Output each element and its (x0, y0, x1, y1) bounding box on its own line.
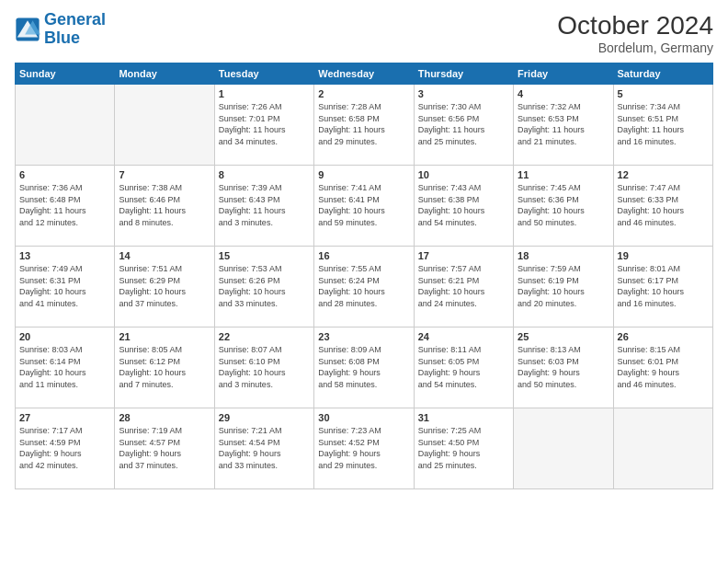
day-info: Sunrise: 7:53 AM Sunset: 6:26 PM Dayligh… (219, 263, 310, 309)
day-info: Sunrise: 8:11 AM Sunset: 6:05 PM Dayligh… (418, 344, 509, 390)
day-number: 15 (219, 250, 310, 261)
calendar-cell: 12Sunrise: 7:47 AM Sunset: 6:33 PM Dayli… (613, 166, 712, 247)
title-block: October 2024 Bordelum, Germany (557, 11, 713, 55)
day-number: 6 (19, 169, 110, 180)
day-info: Sunrise: 7:36 AM Sunset: 6:48 PM Dayligh… (19, 182, 110, 228)
day-info: Sunrise: 7:47 AM Sunset: 6:33 PM Dayligh… (618, 182, 709, 228)
day-number: 5 (618, 88, 709, 99)
day-info: Sunrise: 8:13 AM Sunset: 6:03 PM Dayligh… (518, 344, 609, 390)
day-header-monday: Monday (115, 63, 214, 85)
day-info: Sunrise: 7:49 AM Sunset: 6:31 PM Dayligh… (19, 263, 110, 309)
day-number: 12 (618, 169, 709, 180)
calendar-cell: 6Sunrise: 7:36 AM Sunset: 6:48 PM Daylig… (16, 166, 115, 247)
calendar-cell: 21Sunrise: 8:05 AM Sunset: 6:12 PM Dayli… (115, 327, 214, 408)
calendar-cell: 23Sunrise: 8:09 AM Sunset: 6:08 PM Dayli… (314, 327, 414, 408)
day-info: Sunrise: 7:38 AM Sunset: 6:46 PM Dayligh… (119, 182, 210, 228)
calendar-cell: 16Sunrise: 7:55 AM Sunset: 6:24 PM Dayli… (314, 247, 414, 327)
calendar-week-4: 27Sunrise: 7:17 AM Sunset: 4:59 PM Dayli… (16, 408, 713, 489)
day-info: Sunrise: 7:59 AM Sunset: 6:19 PM Dayligh… (518, 263, 609, 309)
calendar-cell: 22Sunrise: 8:07 AM Sunset: 6:10 PM Dayli… (214, 327, 313, 408)
calendar-week-3: 20Sunrise: 8:03 AM Sunset: 6:14 PM Dayli… (16, 327, 713, 408)
day-number: 25 (518, 331, 609, 342)
day-info: Sunrise: 7:30 AM Sunset: 6:56 PM Dayligh… (418, 101, 509, 147)
day-number: 8 (219, 169, 310, 180)
calendar-week-2: 13Sunrise: 7:49 AM Sunset: 6:31 PM Dayli… (16, 247, 713, 327)
day-header-sunday: Sunday (16, 63, 115, 85)
calendar-cell: 17Sunrise: 7:57 AM Sunset: 6:21 PM Dayli… (414, 247, 513, 327)
calendar-cell: 2Sunrise: 7:28 AM Sunset: 6:58 PM Daylig… (314, 85, 414, 166)
day-info: Sunrise: 8:09 AM Sunset: 6:08 PM Dayligh… (318, 344, 409, 390)
day-number: 7 (119, 169, 210, 180)
location: Bordelum, Germany (557, 40, 713, 55)
day-number: 17 (418, 250, 509, 261)
calendar-cell (115, 85, 214, 166)
day-info: Sunrise: 7:55 AM Sunset: 6:24 PM Dayligh… (318, 263, 409, 309)
day-number: 30 (318, 412, 409, 423)
day-info: Sunrise: 7:45 AM Sunset: 6:36 PM Dayligh… (518, 182, 609, 228)
calendar-cell: 14Sunrise: 7:51 AM Sunset: 6:29 PM Dayli… (115, 247, 214, 327)
page: General Blue October 2024 Bordelum, Germ… (0, 0, 728, 563)
calendar-week-1: 6Sunrise: 7:36 AM Sunset: 6:48 PM Daylig… (16, 166, 713, 247)
day-number: 24 (418, 331, 509, 342)
logo-text: General Blue (44, 11, 106, 48)
month-title: October 2024 (557, 11, 713, 40)
calendar-cell: 31Sunrise: 7:25 AM Sunset: 4:50 PM Dayli… (414, 408, 513, 489)
day-header-wednesday: Wednesday (314, 63, 414, 85)
calendar-cell (514, 408, 613, 489)
calendar-cell (613, 408, 712, 489)
day-number: 20 (19, 331, 110, 342)
calendar-table: SundayMondayTuesdayWednesdayThursdayFrid… (15, 63, 713, 489)
day-number: 19 (618, 250, 709, 261)
day-info: Sunrise: 7:39 AM Sunset: 6:43 PM Dayligh… (219, 182, 310, 228)
calendar-cell: 5Sunrise: 7:34 AM Sunset: 6:51 PM Daylig… (613, 85, 712, 166)
day-number: 31 (418, 412, 509, 423)
calendar-cell: 20Sunrise: 8:03 AM Sunset: 6:14 PM Dayli… (16, 327, 115, 408)
day-number: 22 (219, 331, 310, 342)
calendar-cell: 1Sunrise: 7:26 AM Sunset: 7:01 PM Daylig… (214, 85, 313, 166)
day-info: Sunrise: 8:01 AM Sunset: 6:17 PM Dayligh… (618, 263, 709, 309)
day-info: Sunrise: 8:05 AM Sunset: 6:12 PM Dayligh… (119, 344, 210, 390)
calendar-cell: 19Sunrise: 8:01 AM Sunset: 6:17 PM Dayli… (613, 247, 712, 327)
calendar-week-0: 1Sunrise: 7:26 AM Sunset: 7:01 PM Daylig… (16, 85, 713, 166)
day-info: Sunrise: 7:28 AM Sunset: 6:58 PM Dayligh… (318, 101, 409, 147)
day-number: 28 (119, 412, 210, 423)
calendar-cell: 8Sunrise: 7:39 AM Sunset: 6:43 PM Daylig… (214, 166, 313, 247)
calendar-cell: 9Sunrise: 7:41 AM Sunset: 6:41 PM Daylig… (314, 166, 414, 247)
day-header-tuesday: Tuesday (214, 63, 313, 85)
calendar-cell: 11Sunrise: 7:45 AM Sunset: 6:36 PM Dayli… (514, 166, 613, 247)
day-number: 14 (119, 250, 210, 261)
day-number: 4 (518, 88, 609, 99)
day-info: Sunrise: 7:25 AM Sunset: 4:50 PM Dayligh… (418, 425, 509, 471)
calendar-cell: 27Sunrise: 7:17 AM Sunset: 4:59 PM Dayli… (16, 408, 115, 489)
day-info: Sunrise: 7:51 AM Sunset: 6:29 PM Dayligh… (119, 263, 210, 309)
day-number: 16 (318, 250, 409, 261)
calendar-cell: 3Sunrise: 7:30 AM Sunset: 6:56 PM Daylig… (414, 85, 513, 166)
calendar-cell: 4Sunrise: 7:32 AM Sunset: 6:53 PM Daylig… (514, 85, 613, 166)
logo-blue: Blue (44, 29, 80, 47)
calendar-cell: 13Sunrise: 7:49 AM Sunset: 6:31 PM Dayli… (16, 247, 115, 327)
day-info: Sunrise: 7:41 AM Sunset: 6:41 PM Dayligh… (318, 182, 409, 228)
calendar-cell: 7Sunrise: 7:38 AM Sunset: 6:46 PM Daylig… (115, 166, 214, 247)
header: General Blue October 2024 Bordelum, Germ… (15, 11, 713, 55)
day-info: Sunrise: 8:15 AM Sunset: 6:01 PM Dayligh… (618, 344, 709, 390)
day-info: Sunrise: 7:21 AM Sunset: 4:54 PM Dayligh… (219, 425, 310, 471)
day-header-friday: Friday (514, 63, 613, 85)
day-info: Sunrise: 8:03 AM Sunset: 6:14 PM Dayligh… (19, 344, 110, 390)
day-number: 21 (119, 331, 210, 342)
calendar-cell: 18Sunrise: 7:59 AM Sunset: 6:19 PM Dayli… (514, 247, 613, 327)
day-info: Sunrise: 7:26 AM Sunset: 7:01 PM Dayligh… (219, 101, 310, 147)
day-info: Sunrise: 7:34 AM Sunset: 6:51 PM Dayligh… (618, 101, 709, 147)
day-number: 27 (19, 412, 110, 423)
calendar-cell: 30Sunrise: 7:23 AM Sunset: 4:52 PM Dayli… (314, 408, 414, 489)
calendar-cell: 28Sunrise: 7:19 AM Sunset: 4:57 PM Dayli… (115, 408, 214, 489)
calendar-cell: 26Sunrise: 8:15 AM Sunset: 6:01 PM Dayli… (613, 327, 712, 408)
day-number: 23 (318, 331, 409, 342)
calendar-cell: 24Sunrise: 8:11 AM Sunset: 6:05 PM Dayli… (414, 327, 513, 408)
day-number: 26 (618, 331, 709, 342)
day-info: Sunrise: 8:07 AM Sunset: 6:10 PM Dayligh… (219, 344, 310, 390)
day-number: 1 (219, 88, 310, 99)
calendar-cell (16, 85, 115, 166)
day-number: 29 (219, 412, 310, 423)
day-info: Sunrise: 7:43 AM Sunset: 6:38 PM Dayligh… (418, 182, 509, 228)
day-header-thursday: Thursday (414, 63, 513, 85)
